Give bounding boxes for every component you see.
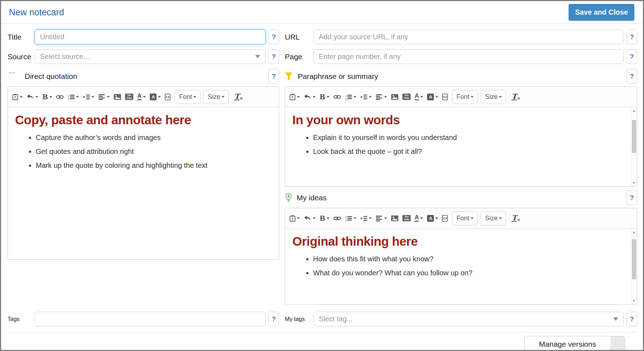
question-icon: ? [272,53,276,61]
size-dropdown[interactable]: Size [203,90,229,104]
my-tags-label: My tags [285,316,313,322]
caret-down-icon [158,96,161,98]
youtube-button[interactable]: YouTube [124,92,135,102]
numbered-list-button[interactable]: 12 [343,92,358,102]
dropdown-arrow-icon [255,55,260,58]
link-button[interactable] [55,93,65,101]
text-color-button[interactable]: A [413,213,425,224]
text-color-button[interactable]: A [413,91,425,102]
scrollbar[interactable]: ▲ ▼ [631,107,637,186]
scrollbar[interactable]: ▲ ▼ [631,229,637,304]
paste-button[interactable]: T [288,92,301,102]
quotation-help-button[interactable]: ? [268,69,279,84]
source-code-button[interactable] [163,92,172,102]
align-button[interactable] [97,92,111,102]
align-button[interactable] [374,214,388,223]
scroll-down-icon[interactable]: ▼ [631,298,637,304]
paraphrase-help-button[interactable]: ? [626,69,637,84]
url-input[interactable] [313,30,624,44]
background-color-button[interactable]: A [426,92,440,102]
source-help-button[interactable]: ? [268,49,279,64]
paste-button[interactable]: T [288,213,301,224]
bold-button[interactable]: B [318,92,331,102]
bold-button[interactable]: B [318,213,331,223]
my-tags-help-button[interactable]: ? [626,312,637,326]
remove-format-button[interactable]: T × [510,91,521,102]
undo-button[interactable] [25,92,40,101]
ideas-editor-content[interactable]: Original thinking here How does this fit… [285,229,637,304]
image-button[interactable] [112,92,123,102]
indent-button[interactable] [359,92,373,102]
numbered-list-button[interactable]: 12 [343,214,358,223]
align-icon [376,215,383,221]
align-button[interactable] [374,92,388,102]
tags-help-button[interactable]: ? [268,312,279,326]
paraphrase-editor-content[interactable]: In your own words Explain it to yourself… [285,107,637,186]
quotation-editor: T B 12 YouTube A A Font [8,86,279,260]
caret-down-icon [107,96,110,98]
ideas-help-button[interactable]: ? [626,190,637,205]
background-color-button[interactable]: A [148,92,162,102]
scrollbar-thumb[interactable] [632,120,636,153]
background-color-button[interactable]: A [426,213,440,224]
caret-down-icon [471,217,474,219]
font-dropdown[interactable]: Font [452,90,478,104]
page-help-button[interactable]: ? [626,49,637,64]
remove-format-button[interactable]: T × [510,213,521,224]
link-button[interactable] [332,93,342,101]
size-dropdown[interactable]: Size [481,211,506,225]
text-color-icon: A [137,93,142,100]
question-icon: ? [272,33,276,41]
caret-down-icon [435,96,438,98]
font-dropdown[interactable]: Font [452,211,478,225]
font-dropdown[interactable]: Font [175,90,200,104]
undo-button[interactable] [302,92,317,101]
save-and-close-button[interactable]: Save and Close [569,4,634,21]
undo-icon [304,94,311,100]
source-select-placeholder: Select source... [40,52,252,61]
indent-button[interactable] [359,214,373,223]
youtube-button[interactable]: YouTube [401,92,412,102]
editor-bullet-list: Explain it to yourself in words you unde… [292,134,625,156]
size-dropdown[interactable]: Size [481,90,506,104]
url-help-button[interactable]: ? [626,30,637,44]
scroll-up-icon[interactable]: ▲ [631,229,637,235]
bullet-item: Mark up the quote by coloring and highli… [36,161,272,170]
indent-button[interactable] [81,92,96,102]
manage-versions-button[interactable]: Manage versions [524,336,625,351]
editor-bullet-list: How does this fit with what you know? Wh… [292,255,625,277]
page-input[interactable] [313,49,624,64]
undo-button[interactable] [302,214,317,223]
ideas-editor-toolbar: T B 12 YouTube A A Font [285,208,637,229]
image-button[interactable] [390,214,400,223]
source-code-icon [442,215,448,222]
youtube-button[interactable]: YouTube [401,213,412,223]
source-code-button[interactable] [441,213,449,224]
quotation-icon: “ [8,72,20,81]
numbered-list-button[interactable]: 12 [66,92,80,102]
remove-format-button[interactable]: T × [233,91,244,102]
image-button[interactable] [390,92,400,102]
title-input[interactable] [35,30,266,44]
scroll-up-icon[interactable]: ▲ [631,108,637,114]
scrollbar-thumb[interactable] [632,239,636,279]
my-tags-select[interactable]: Slect tag... [313,312,624,326]
source-select[interactable]: Select source... [35,49,266,64]
caret-down-icon [353,96,356,98]
bold-button[interactable]: B [41,92,54,102]
tags-input[interactable] [35,312,266,326]
caret-down-icon [20,96,23,98]
image-icon [391,215,398,221]
font-dropdown-label: Font [179,93,192,101]
source-code-button[interactable] [441,92,449,102]
link-button[interactable] [332,214,342,222]
new-notecard-dialog: New notecard Save and Close Title ? Sour… [0,0,644,351]
text-color-button[interactable]: A [136,91,147,102]
title-help-button[interactable]: ? [268,30,279,44]
scroll-down-icon[interactable]: ▼ [631,180,637,186]
remove-format-icon: T [511,215,517,222]
quotation-editor-content[interactable]: Copy, paste and annotate here Capture th… [8,107,279,259]
paste-icon: T [12,94,18,100]
paste-button[interactable]: T [11,92,24,102]
ideas-section-title: My ideas [297,194,327,202]
